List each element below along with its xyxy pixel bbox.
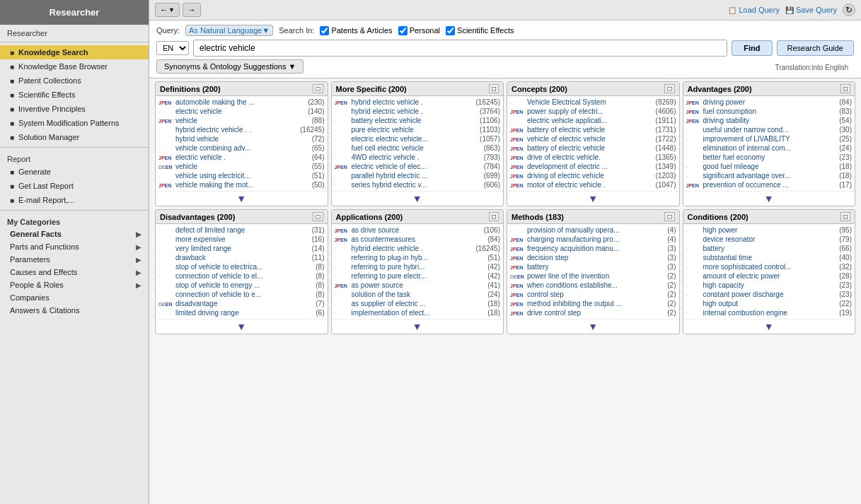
list-item[interactable]: ·drawback(11) bbox=[156, 253, 328, 262]
list-item[interactable]: ·high power(95) bbox=[683, 225, 855, 235]
list-item[interactable]: ·referring to pure electr...(42) bbox=[332, 271, 504, 281]
list-item[interactable]: ·amount of electric power(28) bbox=[683, 271, 855, 281]
sidebar-cat-causes-effects[interactable]: Causes and Effects ▶ bbox=[0, 266, 149, 279]
list-item[interactable]: DEENvehicle(55) bbox=[156, 162, 328, 171]
list-item[interactable]: ·more expensive(16) bbox=[156, 235, 328, 244]
list-item[interactable]: JPENdevelopment of electric ...(1349) bbox=[507, 162, 679, 171]
list-item[interactable]: JPENbattery(3) bbox=[507, 262, 679, 271]
list-item[interactable]: ·fuel cell electric vehicle(863) bbox=[332, 143, 504, 153]
list-item[interactable]: ·stop of vehicle to electrica...(8) bbox=[156, 262, 328, 271]
sidebar-item-get-last-report[interactable]: ■ Get Last Report bbox=[0, 179, 149, 193]
list-item[interactable]: JPENvehicle(88) bbox=[156, 116, 328, 125]
list-item[interactable]: ·high capacity(23) bbox=[683, 281, 855, 290]
card-footer-more-2[interactable]: ▼ bbox=[507, 191, 679, 206]
list-item[interactable]: ·elimination of internal com...(24) bbox=[683, 143, 855, 153]
list-item[interactable]: ·limited driving range(6) bbox=[156, 308, 328, 317]
list-item[interactable]: ·battery(66) bbox=[683, 244, 855, 253]
list-item[interactable]: ·improvement of LIVABILITY(25) bbox=[683, 134, 855, 143]
card-footer-more-4[interactable]: ▼ bbox=[156, 319, 328, 334]
list-item[interactable]: JPENbattery of electric vehicle(1448) bbox=[507, 143, 679, 153]
list-item[interactable]: JPENcontrol step(2) bbox=[507, 290, 679, 299]
sidebar-item-knowledge-search[interactable]: ■ Knowledge Search bbox=[0, 45, 149, 59]
list-item[interactable]: ·electric vehicle(140) bbox=[156, 107, 328, 116]
back-button[interactable]: ← ▼ bbox=[155, 3, 180, 17]
minimize-button-0[interactable]: □ bbox=[313, 84, 323, 93]
sidebar-item-solution-manager[interactable]: ■ Solution Manager bbox=[0, 130, 149, 144]
card-footer-more-0[interactable]: ▼ bbox=[156, 191, 328, 206]
sidebar-cat-parameters[interactable]: Parameters ▶ bbox=[0, 253, 149, 266]
list-item[interactable]: JPENelectric vehicle .(64) bbox=[156, 153, 328, 162]
list-item[interactable]: ·constant power discharge(23) bbox=[683, 290, 855, 299]
forward-button[interactable]: → bbox=[183, 3, 201, 17]
list-item[interactable]: ·useful under narrow cond...(30) bbox=[683, 125, 855, 134]
minimize-button-3[interactable]: □ bbox=[840, 84, 850, 93]
list-item[interactable]: ·vehicle combining adv...(65) bbox=[156, 143, 328, 153]
list-item[interactable]: ·4WD electric vehicle .(793) bbox=[332, 153, 504, 162]
checkbox-scientific-effects[interactable]: Scientific Effects bbox=[446, 26, 514, 35]
checkbox-patents-articles[interactable]: Patents & Articles bbox=[320, 26, 392, 35]
list-item[interactable]: JPENdrive of electric vehicle.(1365) bbox=[507, 153, 679, 162]
save-query-link[interactable]: 💾 Save Query bbox=[785, 6, 837, 14]
list-item[interactable]: JPENprevention of occurrence ...(17) bbox=[683, 180, 855, 189]
list-item[interactable]: JPENhybrid electric vehicle .(16245) bbox=[332, 98, 504, 107]
list-item[interactable]: DEENpower line of the invention(2) bbox=[507, 271, 679, 281]
query-type-dropdown[interactable]: As Natural Language▼ bbox=[185, 25, 273, 36]
list-item[interactable]: ·electric vehicle applicati...(1911) bbox=[507, 116, 679, 125]
research-guide-button[interactable]: Research Guide bbox=[777, 40, 855, 56]
list-item[interactable]: JPENas countermeasures(84) bbox=[332, 235, 504, 244]
list-item[interactable]: JPENdecision step(3) bbox=[507, 253, 679, 262]
sidebar-item-scientific-effects[interactable]: ■ Scientific Effects bbox=[0, 88, 149, 102]
list-item[interactable]: ·substantial time(40) bbox=[683, 253, 855, 262]
list-item[interactable]: JPENdriving of electric vehicle(1203) bbox=[507, 171, 679, 180]
list-item[interactable]: ·connection of vehicle to el...(8) bbox=[156, 271, 328, 281]
list-item[interactable]: ·vehicle using electricit...(51) bbox=[156, 171, 328, 180]
list-item[interactable]: ·Vehicle Electrical System(8269) bbox=[507, 98, 679, 107]
card-footer-more-6[interactable]: ▼ bbox=[507, 319, 679, 334]
list-item[interactable]: JPENdrive control step(2) bbox=[507, 308, 679, 317]
list-item[interactable]: ·good fuel mileage(18) bbox=[683, 162, 855, 171]
minimize-button-2[interactable]: □ bbox=[664, 84, 674, 93]
list-item[interactable]: ·referring to plug-in hyb...(51) bbox=[332, 253, 504, 262]
list-item[interactable]: JPENwhen conditions establishe...(2) bbox=[507, 281, 679, 290]
list-item[interactable]: ·hybrid electric vehicle .(3764) bbox=[332, 107, 504, 116]
minimize-button-6[interactable]: □ bbox=[664, 212, 674, 221]
list-item[interactable]: ·implementation of elect...(18) bbox=[332, 308, 504, 317]
minimize-button-1[interactable]: □ bbox=[489, 84, 499, 93]
list-item[interactable]: ·as supplier of electric ...(18) bbox=[332, 299, 504, 308]
sidebar-cat-general-facts[interactable]: General Facts ▶ bbox=[0, 228, 149, 240]
list-item[interactable]: ·better fuel economy(23) bbox=[683, 153, 855, 162]
checkbox-personal[interactable]: Personal bbox=[398, 26, 440, 35]
list-item[interactable]: ·hybrid electric vehicle .(16245) bbox=[332, 244, 504, 253]
list-item[interactable]: ·more sophisticated control...(32) bbox=[683, 262, 855, 271]
list-item[interactable]: ·connection of vehicle to e...(8) bbox=[156, 290, 328, 299]
list-item[interactable]: JPENautomobile making the ...(230) bbox=[156, 98, 328, 107]
sidebar-item-generate[interactable]: ■ Generate bbox=[0, 165, 149, 179]
minimize-button-7[interactable]: □ bbox=[840, 212, 850, 221]
load-query-link[interactable]: 📋 Load Query bbox=[728, 6, 779, 14]
synonyms-button[interactable]: Synonyms & Ontology Suggestions ▼ bbox=[156, 59, 304, 74]
list-item[interactable]: JPENfuel consumption(83) bbox=[683, 107, 855, 116]
list-item[interactable]: ·hybrid electric vehicle . .(16245) bbox=[156, 125, 328, 134]
list-item[interactable]: JPENas power source(41) bbox=[332, 281, 504, 290]
sidebar-item-email-report[interactable]: ■ E-mail Report,... bbox=[0, 193, 149, 207]
list-item[interactable]: ·defect of limited range(31) bbox=[156, 225, 328, 235]
card-footer-more-5[interactable]: ▼ bbox=[332, 319, 504, 334]
list-item[interactable]: JPENpower supply of electri...(4606) bbox=[507, 107, 679, 116]
search-input[interactable] bbox=[193, 40, 727, 57]
list-item[interactable]: DEENdisadvantage(7) bbox=[156, 299, 328, 308]
list-item[interactable]: ·stop of vehicle to energy ...(8) bbox=[156, 281, 328, 290]
list-item[interactable]: JPENfrequency acquisition manu...(3) bbox=[507, 244, 679, 253]
list-item[interactable]: JPENvehicle making the mot...(50) bbox=[156, 180, 328, 189]
refresh-button[interactable]: ↻ bbox=[843, 4, 855, 16]
card-footer-more-7[interactable]: ▼ bbox=[683, 319, 855, 334]
list-item[interactable]: JPENmotor of electric vehicle .(1047) bbox=[507, 180, 679, 189]
list-item[interactable]: ·device resonator(79) bbox=[683, 235, 855, 244]
minimize-button-4[interactable]: □ bbox=[313, 212, 323, 221]
list-item[interactable]: ·internal combustion engine(19) bbox=[683, 308, 855, 317]
list-item[interactable]: ·solution of the task(24) bbox=[332, 290, 504, 299]
list-item[interactable]: ·hybrid vehicle(72) bbox=[156, 134, 328, 143]
card-footer-more-3[interactable]: ▼ bbox=[683, 191, 855, 206]
list-item[interactable]: JPENas drive source(106) bbox=[332, 225, 504, 235]
list-item[interactable]: JPENdriving power(84) bbox=[683, 98, 855, 107]
list-item[interactable]: ·pure electric vehicle(1103) bbox=[332, 125, 504, 134]
